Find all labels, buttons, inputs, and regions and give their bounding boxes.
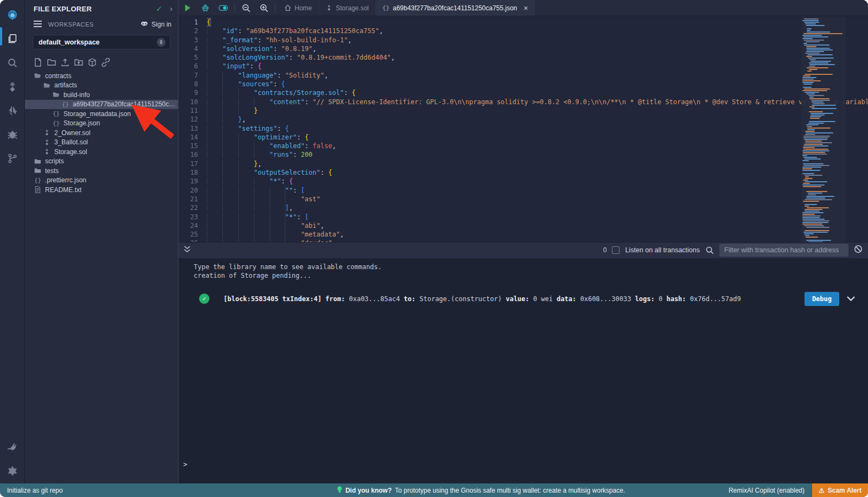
- code-line[interactable]: 5 "solcLongVersion": "0.8.19+commit.7dd6…: [178, 53, 868, 62]
- tree-item[interactable]: build-info: [25, 90, 178, 100]
- code-line[interactable]: 11 }: [178, 106, 868, 115]
- cube-icon[interactable]: [88, 58, 97, 67]
- json-icon: {}: [61, 101, 69, 108]
- sol-file-icon: [326, 4, 333, 11]
- panel-title: FILE EXPLORER: [34, 5, 156, 13]
- upload-folder-icon[interactable]: [74, 58, 83, 67]
- code-line[interactable]: 6 "input": {: [178, 62, 868, 71]
- code-line[interactable]: 18 "outputSelection": {: [178, 168, 868, 177]
- code-line[interactable]: 16 "runs": 200: [178, 150, 868, 159]
- line-number: 1: [178, 18, 207, 27]
- settings-gear-icon[interactable]: [0, 460, 25, 483]
- tree-item[interactable]: tests: [25, 166, 178, 176]
- minimap[interactable]: [801, 16, 846, 242]
- tx-expand-icon[interactable]: [847, 296, 855, 301]
- code-line[interactable]: 24 "abi",: [178, 221, 868, 230]
- deploy-run-icon[interactable]: [0, 99, 25, 123]
- code-editor[interactable]: 1{2 "id": "a69b43f277ba20fcac141151250ca…: [178, 16, 868, 242]
- tree-item[interactable]: {}Storage_metadata.json: [25, 109, 178, 119]
- tree-item[interactable]: README.txt: [25, 185, 178, 195]
- tab-home[interactable]: Home: [278, 0, 319, 16]
- tab-storage-sol[interactable]: Storage.sol: [319, 0, 376, 16]
- panel-expand-icon[interactable]: ›: [170, 4, 173, 13]
- listen-all-checkbox[interactable]: [612, 246, 620, 254]
- tree-item[interactable]: contracts: [25, 71, 178, 81]
- lightbulb-icon: [337, 486, 342, 495]
- tree-item[interactable]: {}.prettierrc.json: [25, 176, 178, 186]
- code-line[interactable]: 9 "contracts/Storage.sol": {: [178, 88, 868, 97]
- tree-item[interactable]: Storage.sol: [25, 147, 178, 157]
- line-number: 14: [178, 133, 207, 142]
- terminal[interactable]: Type the library name to see available c…: [178, 258, 868, 484]
- tree-item[interactable]: {}Storage.json: [25, 119, 178, 129]
- git-icon[interactable]: [0, 146, 25, 170]
- workspaces-menu-icon[interactable]: [34, 20, 42, 29]
- tree-item-label: Storage_metadata.json: [63, 110, 131, 118]
- code-line[interactable]: 23 "*": [: [178, 213, 868, 221]
- tree-item[interactable]: 3_Ballot.sol: [25, 138, 178, 148]
- clear-console-icon[interactable]: [854, 245, 863, 256]
- upload-file-icon[interactable]: [61, 58, 69, 67]
- terminal-collapse-icon[interactable]: [182, 244, 193, 256]
- code-line[interactable]: 7 "language": "Solidity",: [178, 71, 868, 80]
- code-line[interactable]: 2 "id": "a69b43f277ba20fcac141151250ca75…: [178, 27, 868, 35]
- ai-copilot-robot-icon[interactable]: [196, 0, 214, 16]
- code-line[interactable]: 3 "_format": "hh-sol-build-info-1",: [178, 36, 868, 44]
- tree-item[interactable]: artifacts: [25, 81, 178, 91]
- folder-open-icon: [52, 91, 60, 98]
- activity-bar: [0, 0, 25, 483]
- code-line[interactable]: 21 "ast": [178, 195, 868, 203]
- copilot-status[interactable]: RemixAI Copilot (enabled): [729, 487, 805, 494]
- tree-item[interactable]: {}a69b43f277ba20fcac141151250ca7...: [25, 100, 178, 110]
- file-tree: contractsartifactsbuild-info{}a69b43f277…: [25, 71, 178, 195]
- tree-item-label: artifacts: [54, 81, 77, 89]
- debugger-icon[interactable]: [0, 123, 25, 146]
- github-icon: [140, 21, 149, 28]
- git-init-status[interactable]: Initialize as git repo: [0, 487, 233, 494]
- close-tab-icon[interactable]: ×: [524, 4, 528, 12]
- json-icon: {}: [34, 177, 42, 184]
- line-number: 5: [178, 53, 207, 62]
- code-line[interactable]: 15 "enabled": false,: [178, 142, 868, 150]
- code-line[interactable]: 10 "content": "// SPDX-License-Identifie…: [178, 98, 868, 106]
- sign-in-button[interactable]: Sign in: [140, 21, 171, 28]
- terminal-prompt[interactable]: >: [183, 461, 187, 468]
- tx-filter-input[interactable]: [719, 244, 848, 257]
- code-line[interactable]: 25 "metadata",: [178, 230, 868, 239]
- run-script-button[interactable]: [178, 0, 196, 16]
- code-line[interactable]: 12 },: [178, 115, 868, 124]
- tx-success-icon: ✓: [199, 294, 209, 304]
- link-icon[interactable]: [101, 58, 110, 67]
- tab-build-info-json[interactable]: {} a69b43f277ba20fcac141151250ca755.json…: [376, 0, 535, 16]
- tree-item[interactable]: 2_Owner.sol: [25, 128, 178, 138]
- workspace-select[interactable]: default_workspace: [33, 35, 170, 49]
- code-line[interactable]: 20 "": [: [178, 186, 868, 195]
- plugin-manager-icon[interactable]: [0, 436, 25, 460]
- code-line[interactable]: 13 "settings": {: [178, 124, 868, 133]
- solidity-compiler-icon[interactable]: [0, 75, 25, 99]
- code-line[interactable]: 14 "optimizer": {: [178, 133, 868, 142]
- code-line[interactable]: 4 "solcVersion": "0.8.19",: [178, 44, 868, 53]
- copilot-toggle[interactable]: [214, 0, 232, 16]
- new-folder-icon[interactable]: [47, 58, 56, 67]
- terminal-search-icon[interactable]: [705, 246, 714, 254]
- tree-item-label: 3_Ballot.sol: [54, 138, 88, 146]
- file-explorer-icon[interactable]: [0, 27, 25, 51]
- zoom-out-icon[interactable]: [237, 0, 255, 16]
- remix-logo-icon[interactable]: [0, 3, 25, 27]
- code-line[interactable]: 26 "devdoc",: [178, 239, 868, 241]
- search-icon[interactable]: [0, 51, 25, 75]
- code-line[interactable]: 1{: [178, 18, 868, 27]
- terminal-log-line: creation of Storage pending...: [194, 271, 868, 280]
- code-line[interactable]: 17 },: [178, 160, 868, 168]
- line-number: 25: [178, 230, 207, 239]
- code-line[interactable]: 19 "*": {: [178, 177, 868, 186]
- code-line[interactable]: 22 ],: [178, 203, 868, 212]
- new-file-icon[interactable]: [34, 58, 42, 67]
- code-line[interactable]: 8 "sources": {: [178, 80, 868, 88]
- scam-alert-badge[interactable]: ⚠ Scam Alert: [812, 483, 868, 497]
- zoom-in-icon[interactable]: [255, 0, 273, 16]
- tree-item[interactable]: scripts: [25, 157, 178, 167]
- workspaces-label: WORKSPACES: [48, 21, 140, 28]
- debug-button[interactable]: Debug: [805, 292, 839, 306]
